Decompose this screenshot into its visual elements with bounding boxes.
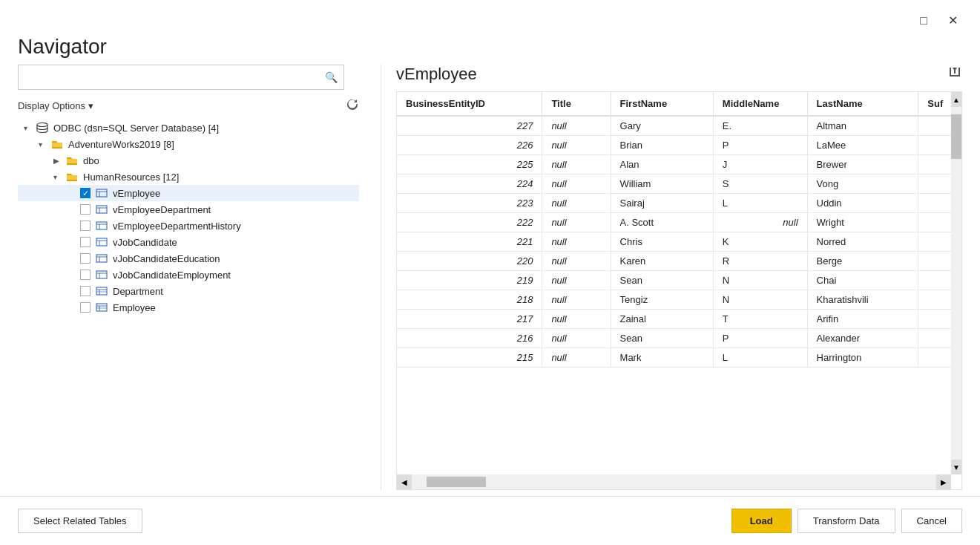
table-row: 219nullSeanNChai: [397, 271, 961, 290]
tree-item-department[interactable]: Department: [18, 283, 359, 299]
right-panel: vEmployee BusinessEntityIDTitleFirstName…: [381, 65, 962, 490]
tree-item-vjobcandidate[interactable]: vJobCandidate: [18, 234, 359, 250]
tree-item-dbo[interactable]: ▶dbo: [18, 152, 359, 169]
table-inner-scroll[interactable]: BusinessEntityIDTitleFirstNameMiddleName…: [397, 92, 961, 489]
tree-checkbox-department[interactable]: [80, 286, 91, 296]
tree-label-vjobcandidateed: vJobCandidateEducation: [113, 253, 220, 264]
col-header-firstname[interactable]: FirstName: [611, 92, 713, 116]
minimize-button[interactable]: □: [915, 13, 932, 29]
tree-checkbox-vjobcandidateed[interactable]: [80, 253, 91, 264]
scroll-left-arrow[interactable]: ◀: [397, 474, 412, 489]
tree-item-vemployeedepthist[interactable]: vEmployeeDepartmentHistory: [18, 218, 359, 234]
svg-rect-19: [96, 287, 107, 295]
cell-businessentityid: 227: [397, 116, 542, 136]
scroll-up-arrow[interactable]: ▲: [951, 92, 961, 107]
tree-arrow-humanresources: ▾: [53, 173, 65, 181]
cell-firstname: Brian: [611, 136, 713, 155]
tree-checkbox-vemployeedept[interactable]: [80, 204, 91, 215]
table-scroll-horizontal[interactable]: ◀ ▶: [397, 474, 951, 489]
table-view-icon: [95, 187, 108, 199]
cell-lastname: Arifin: [807, 310, 918, 329]
cell-lastname: Vong: [807, 174, 918, 194]
cell-lastname: Wright: [807, 213, 918, 232]
cell-title: null: [542, 194, 611, 213]
tree-item-adventureworks[interactable]: ▾AdventureWorks2019 [8]: [18, 136, 359, 152]
table-icon: [95, 285, 108, 297]
tree-item-vjobcandidateed[interactable]: vJobCandidateEducation: [18, 250, 359, 267]
transform-data-button[interactable]: Transform Data: [798, 509, 895, 533]
tree-container[interactable]: ▾ODBC (dsn=SQL Server Database) [4]▾Adve…: [18, 120, 359, 490]
scroll-right-arrow[interactable]: ▶: [936, 474, 951, 489]
select-related-tables-button[interactable]: Select Related Tables: [18, 509, 142, 533]
folder-icon: [65, 171, 79, 183]
cell-firstname: Gary: [611, 116, 713, 136]
tree-checkbox-employee[interactable]: [80, 302, 91, 313]
svg-rect-27: [950, 75, 960, 76]
scroll-thumb-h[interactable]: [427, 477, 486, 487]
tree-checkbox-vjobcandidateemp[interactable]: [80, 270, 91, 280]
cell-title: null: [542, 310, 611, 329]
table-row: 216nullSeanPAlexander: [397, 329, 961, 348]
scroll-thumb-v[interactable]: [951, 114, 961, 159]
table-scroll-vertical[interactable]: ▲ ▼: [951, 92, 961, 474]
cell-businessentityid: 222: [397, 213, 542, 232]
display-options-button[interactable]: Display Options ▾: [18, 100, 93, 111]
page-title: Navigator: [0, 29, 980, 65]
table-row: 223nullSairajLUddin: [397, 194, 961, 213]
load-button[interactable]: Load: [731, 509, 792, 533]
tree-item-vemployeedept[interactable]: vEmployeeDepartment: [18, 201, 359, 218]
cell-middlename: P: [713, 136, 807, 155]
table-row: 218nullTengizNKharatishvili: [397, 290, 961, 310]
cell-businessentityid: 220: [397, 252, 542, 271]
cell-businessentityid: 219: [397, 271, 542, 290]
title-bar: □ ✕: [0, 0, 980, 29]
col-header-lastname[interactable]: LastName: [807, 92, 918, 116]
cell-middlename: N: [713, 290, 807, 310]
main-container: 🔍 Display Options ▾ ▾ODBC (dsn=SQL Serve…: [0, 65, 980, 490]
cell-title: null: [542, 174, 611, 194]
scroll-track-h[interactable]: [412, 474, 936, 489]
cell-businessentityid: 223: [397, 194, 542, 213]
cancel-button[interactable]: Cancel: [901, 509, 962, 533]
refresh-button[interactable]: [346, 97, 359, 114]
close-button[interactable]: ✕: [944, 12, 962, 29]
tree-item-vemployee[interactable]: ✓vEmployee: [18, 185, 359, 201]
svg-rect-28: [950, 68, 951, 75]
svg-rect-31: [954, 68, 956, 74]
cell-businessentityid: 218: [397, 290, 542, 310]
scroll-down-arrow[interactable]: ▼: [951, 460, 961, 474]
bottom-bar: Select Related Tables Load Transform Dat…: [0, 496, 980, 545]
preview-export-button[interactable]: [947, 65, 962, 84]
search-input[interactable]: [19, 65, 319, 89]
tree-checkbox-vemployeedepthist[interactable]: [80, 221, 91, 231]
tree-item-employee[interactable]: Employee: [18, 299, 359, 316]
tree-item-odbc[interactable]: ▾ODBC (dsn=SQL Server Database) [4]: [18, 120, 359, 136]
cell-firstname: Sairaj: [611, 194, 713, 213]
table-row: 217nullZainalTArifin: [397, 310, 961, 329]
tree-item-vjobcandidateemp[interactable]: vJobCandidateEmployment: [18, 267, 359, 283]
cell-businessentityid: 217: [397, 310, 542, 329]
cell-firstname: Sean: [611, 329, 713, 348]
cell-firstname: Zainal: [611, 310, 713, 329]
col-header-businessentityid[interactable]: BusinessEntityID: [397, 92, 542, 116]
cell-businessentityid: 224: [397, 174, 542, 194]
tree-checkbox-vemployee[interactable]: ✓: [80, 188, 91, 198]
tree-item-humanresources[interactable]: ▾HumanResources [12]: [18, 169, 359, 185]
table-row: 222nullA. ScottnullWright: [397, 213, 961, 232]
col-header-title[interactable]: Title: [542, 92, 611, 116]
scroll-track-v[interactable]: [951, 107, 961, 460]
cell-title: null: [542, 116, 611, 136]
cell-lastname: Chai: [807, 271, 918, 290]
cell-lastname: Norred: [807, 232, 918, 252]
search-button[interactable]: 🔍: [319, 71, 343, 83]
cell-middlename: N: [713, 271, 807, 290]
col-header-middlename[interactable]: MiddleName: [713, 92, 807, 116]
cell-middlename: L: [713, 348, 807, 368]
search-bar: 🔍: [18, 65, 344, 90]
cell-title: null: [542, 290, 611, 310]
svg-rect-4: [96, 206, 107, 213]
cell-firstname: William: [611, 174, 713, 194]
tree-checkbox-vjobcandidate[interactable]: [80, 237, 91, 247]
left-panel: 🔍 Display Options ▾ ▾ODBC (dsn=SQL Serve…: [18, 65, 381, 490]
svg-rect-16: [96, 271, 107, 278]
